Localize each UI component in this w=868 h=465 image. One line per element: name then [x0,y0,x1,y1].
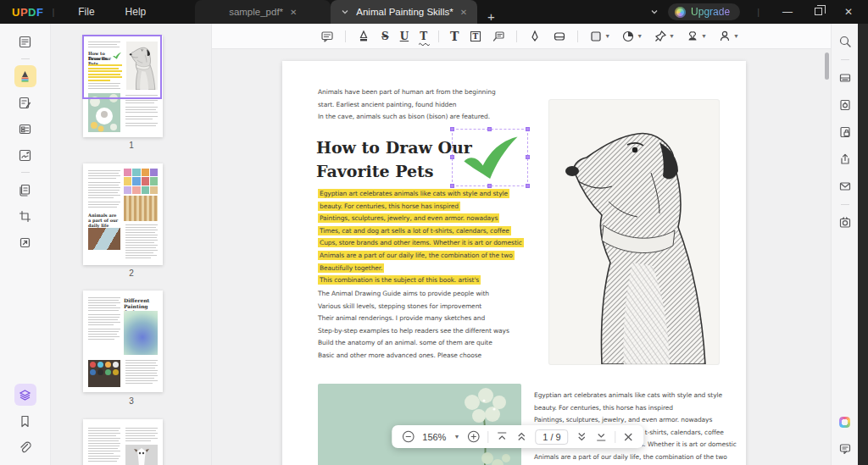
squiggly-underline-tool-button[interactable]: T [420,30,427,42]
menu-file[interactable]: File [63,0,109,24]
resize-handle[interactable] [526,155,530,159]
mini-text-line [125,112,158,113]
resize-handle[interactable] [450,155,454,159]
callout-tool-button[interactable] [492,30,505,43]
thumbnail-page-2[interactable]: Animals are a part of our daily life [83,163,163,265]
pencil-tool-button[interactable] [528,30,542,43]
strikethrough-tool-button[interactable]: S [381,30,389,42]
sidebar-item-reader[interactable] [14,30,36,53]
thumbnail-viewport-rect[interactable] [82,35,162,99]
upgrade-button[interactable]: Upgrade [668,3,740,20]
next-page-button[interactable] [576,431,588,442]
sidebar-item-export[interactable] [14,231,36,253]
sign-icon [18,148,32,163]
sidebar-item-crop[interactable] [14,205,36,227]
close-button[interactable]: ✕ [837,6,860,18]
checkmark-sticker-selection[interactable] [452,129,528,186]
tab-close-icon[interactable]: ✕ [460,8,467,17]
caret-down-icon: ▼ [604,33,610,39]
sidebar-item-organize-pages[interactable] [14,179,36,201]
thumbnail-panel: How to Draw Our Favorite Pets [51,24,212,465]
caret-down-icon[interactable]: ▼ [453,434,459,440]
resize-handle[interactable] [526,127,530,131]
updf-logo: U P D F [12,6,43,19]
eraser-tool-button[interactable] [553,30,566,43]
text-box-tool-button[interactable]: T [470,31,481,42]
paragraph-top: Animals have been part of human art from… [318,86,496,124]
doc-text-line: Animals are a part of our daily life, th… [534,451,737,464]
zoom-level-value[interactable]: 156% [422,432,446,442]
sidebar-item-bookmark[interactable] [14,410,36,432]
previous-page-button[interactable] [515,431,527,442]
doc-text-line: Animals have been part of human art from… [318,86,496,99]
doc-text-line: start. Earliest ancient painting, found … [318,99,496,112]
shape-square-tool-button[interactable]: ▼ [589,30,610,43]
highlighted-line: Animals are a part of our daily life, th… [318,250,524,263]
tab-sample-pdf[interactable]: sample_pdf* ✕ [195,0,331,24]
sidebar-item-ocr[interactable] [834,67,856,89]
page-number-input[interactable]: 1 / 9 [535,429,568,445]
last-page-button[interactable] [596,431,608,442]
underline-tool-button[interactable]: U [400,30,409,42]
menu-help[interactable]: Help [110,0,162,24]
compress-icon [838,98,852,112]
snapshot-icon [838,216,852,230]
sidebar-item-attachment[interactable] [14,436,36,458]
text-comment-tool-button[interactable]: T [450,30,459,43]
caret-down-icon: ▼ [701,33,707,39]
sticker-pin-tool-button[interactable]: ▼ [654,30,675,43]
sidebar-item-feedback[interactable] [834,438,856,460]
thumbnail-page-3[interactable]: Different Painting Styles [83,291,163,392]
text-box-glyph: T [470,31,481,42]
signature-tool-button[interactable]: ▼ [718,30,739,43]
stamp-tool-button[interactable]: ▼ [686,30,707,43]
sidebar-item-sign[interactable] [14,144,36,166]
mini-text-line [125,107,158,108]
shape-fill-tool-button[interactable]: ▼ [621,30,643,43]
main-area: S U T T T [212,24,831,465]
highlighter-tool-button[interactable] [357,30,370,43]
vertical-scrollbar[interactable] [825,53,829,80]
zoom-in-button[interactable] [467,430,480,443]
zoom-out-button[interactable] [402,430,415,443]
sidebar-item-protect[interactable] [834,121,856,143]
titlebar-divider: | [757,7,760,17]
doc-text-line: Their animal renderings. I provide many … [318,313,509,325]
thumbnail-page-1[interactable]: How to Draw Our Favorite Pets [83,36,163,137]
resize-handle[interactable] [526,184,530,188]
restore-button[interactable] [807,6,829,18]
tab-animal-painting-skills[interactable]: Animal Painting Skills* ✕ [331,0,477,24]
titlebar-divider: | [52,7,54,17]
highlighted-line: beauty. For centuries, this horse has in… [318,201,524,213]
resize-handle[interactable] [450,127,454,131]
right-sidebar [831,24,858,465]
thumbnail-page-4[interactable] [83,419,163,465]
minimize-button[interactable]: — [776,6,798,18]
embroidery-flowers-image [318,384,521,465]
resize-handle[interactable] [487,127,492,131]
sidebar-item-email[interactable] [834,175,856,197]
close-toolbar-button[interactable] [624,432,634,442]
sidebar-item-ai[interactable] [834,411,856,433]
chevron-down-icon[interactable] [649,7,659,17]
sidebar-item-comment[interactable] [14,65,36,87]
sidebar-item-form[interactable] [14,118,36,140]
dog-sketch-image [549,100,719,364]
first-page-button[interactable] [496,431,508,442]
note-tool-button[interactable] [320,30,334,43]
new-tab-button[interactable]: + [477,9,505,24]
chevron-down-icon[interactable] [341,8,349,16]
sidebar-item-search[interactable] [834,30,856,53]
mini-dog-photo [125,445,158,465]
page-title: How to Draw Our Favorite Pets [316,136,472,183]
sidebar-item-ai-assistant[interactable] [14,384,36,406]
sidebar-item-edit-pdf[interactable] [14,91,36,113]
tab-close-icon[interactable]: ✕ [290,8,297,17]
checkmark-sticker[interactable] [458,134,524,183]
document-viewport[interactable]: Animals have been part of human art from… [212,49,831,465]
sidebar-item-compress[interactable] [834,94,856,116]
sidebar-item-share[interactable] [834,148,856,170]
caret-down-icon: ▼ [733,33,739,39]
mini-watercolor-image [124,311,158,355]
sidebar-item-snapshot[interactable] [834,212,856,234]
